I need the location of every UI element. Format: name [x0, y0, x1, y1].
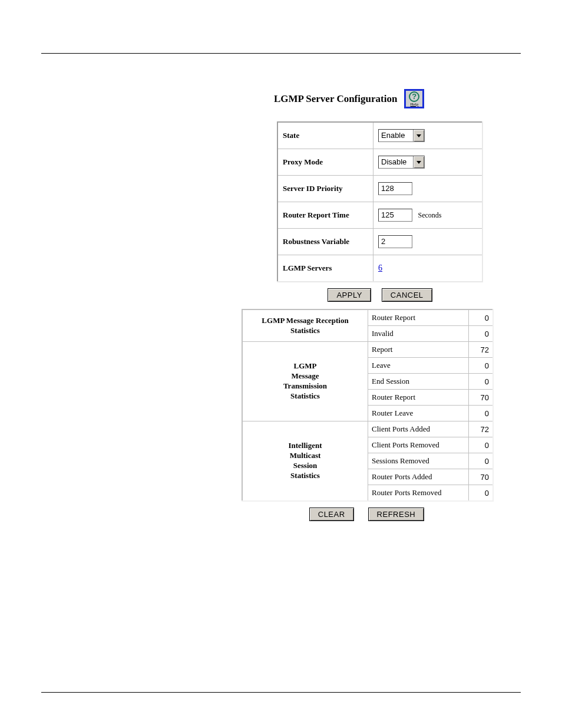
- stat-value: 0: [469, 453, 494, 469]
- stats-header-line: LGMP: [294, 361, 317, 370]
- stats-header-reception: LGMP Message Reception Statistics: [242, 309, 368, 342]
- stat-value: 70: [469, 469, 494, 485]
- stat-name: Router Leave: [368, 406, 469, 421]
- stat-name: Invalid: [368, 326, 469, 342]
- proxy-mode-select[interactable]: Disable: [378, 156, 425, 169]
- chevron-down-icon: [413, 156, 424, 168]
- stats-header-transmission: LGMP Message Transmission Statistics: [242, 342, 368, 421]
- config-table: State Enable Proxy Mode Disable Server I…: [277, 121, 483, 282]
- stat-value: 0: [469, 406, 494, 421]
- stats-table: LGMP Message Reception Statistics Router…: [242, 309, 494, 502]
- page-title: LGMP Server Configuration: [274, 93, 397, 105]
- stats-header-line: Statistics: [290, 471, 320, 480]
- stat-value: 0: [469, 437, 494, 453]
- stat-value: 0: [469, 358, 494, 374]
- chevron-down-icon: [413, 130, 424, 141]
- stat-name: Router Ports Added: [368, 469, 469, 485]
- state-select[interactable]: Enable: [378, 129, 425, 142]
- router-report-time-unit: Seconds: [418, 211, 442, 219]
- stats-header-line: Intelligent: [288, 441, 322, 450]
- label-proxy-mode: Proxy Mode: [277, 149, 373, 176]
- help-icon: ?: [409, 91, 419, 102]
- stat-name: Client Ports Added: [368, 421, 469, 437]
- help-icon-label: Help: [411, 103, 419, 107]
- robustness-variable-input[interactable]: 2: [378, 235, 412, 248]
- stat-name: Router Report: [368, 390, 469, 406]
- stat-name: Router Ports Removed: [368, 485, 469, 502]
- help-button[interactable]: ? Help: [404, 89, 424, 108]
- apply-button[interactable]: APPLY: [328, 288, 371, 302]
- stat-value: 72: [469, 342, 494, 358]
- stat-name: Router Report: [368, 309, 469, 326]
- server-id-priority-input[interactable]: 128: [378, 182, 412, 195]
- router-report-time-input[interactable]: 125: [378, 209, 412, 222]
- proxy-mode-select-value: Disable: [379, 156, 413, 168]
- stat-value: 0: [469, 326, 494, 342]
- stats-header-intelligent: Intelligent Multicast Session Statistics: [242, 421, 368, 502]
- label-server-id-priority: Server ID Priority: [277, 176, 373, 202]
- stats-header-line: Multicast: [290, 451, 321, 460]
- cancel-button[interactable]: CANCEL: [382, 288, 432, 302]
- stats-header-line: Transmission: [283, 381, 327, 390]
- clear-button[interactable]: CLEAR: [309, 508, 354, 521]
- stat-name: Leave: [368, 358, 469, 374]
- lgmp-servers-link[interactable]: 6: [378, 263, 382, 272]
- label-state: State: [277, 122, 373, 149]
- label-router-report-time: Router Report Time: [277, 202, 373, 229]
- stats-header-line: Session: [293, 461, 317, 470]
- stat-value: 0: [469, 485, 494, 502]
- stats-header-line: Statistics: [290, 391, 320, 400]
- label-robustness-variable: Robustness Variable: [277, 229, 373, 255]
- stat-name: Client Ports Removed: [368, 437, 469, 453]
- refresh-button[interactable]: REFRESH: [368, 508, 425, 521]
- stat-value: 70: [469, 390, 494, 406]
- stat-value: 0: [469, 374, 494, 390]
- stat-name: Sessions Removed: [368, 453, 469, 469]
- stat-name: Report: [368, 342, 469, 358]
- stat-value: 72: [469, 421, 494, 437]
- stat-name: End Session: [368, 374, 469, 390]
- stats-header-line: Message: [292, 371, 319, 380]
- label-lgmp-servers: LGMP Servers: [277, 255, 373, 282]
- stat-value: 0: [469, 309, 494, 326]
- state-select-value: Enable: [379, 130, 413, 141]
